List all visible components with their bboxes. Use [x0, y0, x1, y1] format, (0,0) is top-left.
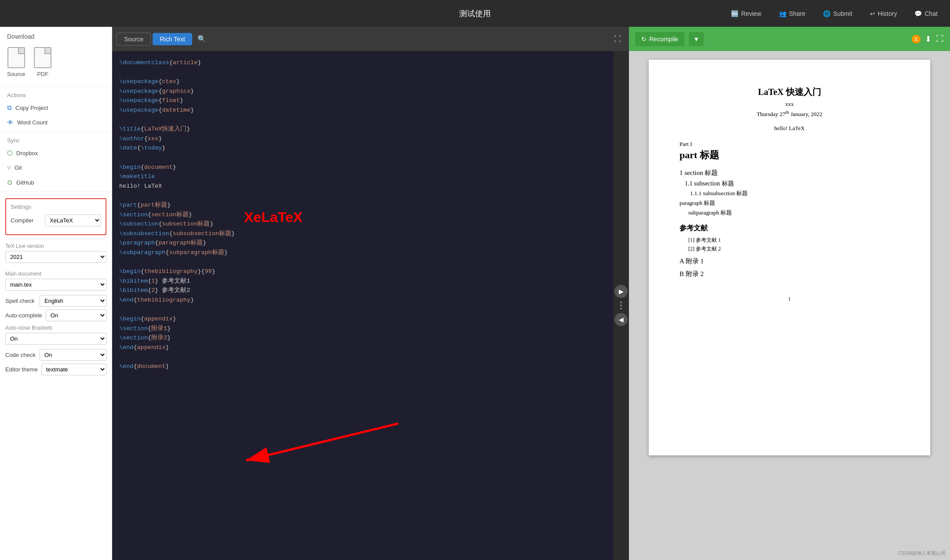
recompile-dropdown-button[interactable]: ▼	[689, 32, 704, 46]
chat-icon: 💬	[914, 10, 922, 17]
watermark: CSDN@神人掌观山局	[898, 550, 946, 556]
editor-toolbar: Source Rich Text 🔍 ⛶	[112, 27, 629, 51]
chat-button[interactable]: 💬 Chat	[911, 8, 941, 19]
pdf-date: Thursday 27th January, 2022	[680, 109, 899, 118]
texlive-select[interactable]: 2021 2022 2020	[5, 251, 106, 263]
fullscreen-icon-button[interactable]: ⛶	[610, 33, 625, 45]
editor-content: \documentclass{article} \usepackage{ctex…	[112, 51, 629, 560]
code-check-label: Code check	[5, 352, 36, 358]
main-doc-label: Main document	[5, 271, 106, 277]
compiler-row: Compiler XeLaTeX pdfLaTeX LuaLaTeX	[11, 215, 101, 226]
pdf-download-icon-button[interactable]: ⬇	[925, 34, 932, 44]
pdf-subsection: 1.1 subsection 标题	[680, 180, 899, 188]
notification-badge: 1	[912, 35, 921, 44]
editor-theme-label: Editor theme	[5, 366, 38, 373]
download-source-button[interactable]: Source	[7, 47, 25, 77]
pdf-fullscreen-icon-button[interactable]: ⛶	[936, 34, 944, 44]
pane-dots	[620, 302, 622, 309]
autocomplete-row: Auto-complete On Off	[5, 309, 106, 321]
settings-box: Settings Compiler XeLaTeX pdfLaTeX LuaLa…	[5, 198, 106, 235]
autocomplete-select[interactable]: On Off	[46, 309, 106, 321]
source-file-icon	[7, 47, 25, 68]
search-icon-button[interactable]: 🔍	[194, 33, 210, 45]
refresh-icon: ↻	[641, 36, 647, 43]
nav-left-button[interactable]: ◀	[614, 313, 628, 326]
spell-check-label: Spell check	[5, 298, 36, 304]
pdf-ref2: [2] 参考文献 2	[688, 245, 899, 253]
download-section-title: Download	[0, 27, 112, 44]
editor-area: Source Rich Text 🔍 ⛶ \documentclass{arti…	[112, 27, 629, 560]
pdf-subsubsection: 1.1.1 subsubsection 标题	[680, 189, 899, 197]
pdf-appendix-a: A 附录 1	[680, 257, 899, 265]
tab-richtext[interactable]: Rich Text	[153, 33, 192, 45]
github-button[interactable]: ⊙ GitHub	[0, 175, 112, 190]
tab-source[interactable]: Source	[117, 33, 151, 46]
top-navigation: 测试使用 🔤 Review 👥 Share 🌐 Submit ↩ History…	[0, 0, 950, 27]
word-count-button[interactable]: 👁 Word Count	[0, 115, 112, 130]
dropbox-button[interactable]: ⬡ Dropbox	[0, 145, 112, 160]
pdf-area: ↻ Recompile ▼ 1 ⬇ ⛶ LaTeX 快速入门 xxx Thurs…	[629, 27, 950, 560]
pdf-hello: hello! LaTeX	[680, 125, 899, 132]
sync-section-title: Sync	[0, 134, 112, 145]
spell-check-select[interactable]: English Chinese None	[40, 295, 106, 307]
code-check-select[interactable]: On Off	[40, 349, 106, 361]
pdf-toolbar: ↻ Recompile ▼ 1 ⬇ ⛶	[629, 27, 950, 51]
history-icon: ↩	[870, 10, 875, 17]
compiler-label: Compiler	[11, 217, 41, 224]
pdf-ref1: [1] 参考文献 1	[688, 236, 899, 244]
pdf-page: LaTeX 快速入门 xxx Thursday 27th January, 20…	[649, 60, 930, 455]
compiler-select[interactable]: XeLaTeX pdfLaTeX LuaLaTeX	[45, 215, 101, 226]
editor-theme-row: Editor theme textmate monokai dracula	[5, 364, 106, 375]
settings-section-title: Settings	[11, 204, 101, 210]
texlive-label: TeX Live version	[5, 243, 106, 249]
code-check-row: Code check On Off	[5, 349, 106, 361]
pdf-content[interactable]: LaTeX 快速入门 xxx Thursday 27th January, 20…	[629, 51, 950, 560]
share-icon: 👥	[779, 10, 786, 17]
pdf-appendix-b: B 附录 2	[680, 270, 899, 278]
copy-project-button[interactable]: ⧉ Copy Project	[0, 100, 112, 115]
settings-section: TeX Live version 2021 2022 2020 Main doc…	[0, 240, 112, 382]
download-pdf-button[interactable]: PDF	[34, 47, 51, 77]
pdf-author: xxx	[680, 101, 899, 108]
code-editor[interactable]: \documentclass{article} \usepackage{ctex…	[112, 51, 613, 560]
pdf-part-title: part 标题	[680, 149, 899, 162]
review-icon: 🔤	[731, 10, 738, 17]
submit-icon: 🌐	[823, 10, 830, 17]
history-button[interactable]: ↩ History	[866, 8, 901, 19]
pdf-file-icon	[34, 47, 51, 68]
share-button[interactable]: 👥 Share	[775, 8, 809, 19]
copy-icon: ⧉	[7, 104, 12, 112]
pdf-title: LaTeX 快速入门	[680, 86, 899, 98]
page-title: 测试使用	[459, 8, 491, 19]
spell-check-row: Spell check English Chinese None	[5, 295, 106, 307]
pdf-refs-title: 参考文献	[680, 224, 899, 233]
pane-divider: ▶ ◀	[613, 51, 629, 560]
sidebar: Download Source PDF Actions ⧉ Copy Proje…	[0, 27, 112, 560]
eye-icon: 👁	[7, 119, 14, 126]
autocomplete-label: Auto-complete	[5, 312, 42, 319]
main-doc-select[interactable]: main.tex	[5, 279, 106, 291]
autoclose-label: Auto-close Brackets	[5, 325, 106, 331]
pdf-part-label: Part I	[680, 141, 899, 148]
git-icon: ⑂	[7, 164, 11, 171]
pdf-section: 1 section 标题	[680, 169, 899, 177]
actions-section-title: Actions	[0, 88, 112, 100]
git-button[interactable]: ⑂ Git	[0, 160, 112, 175]
nav-right-button[interactable]: ▶	[614, 285, 628, 298]
dropbox-icon: ⬡	[7, 149, 13, 157]
recompile-button[interactable]: ↻ Recompile	[635, 32, 684, 46]
github-icon: ⊙	[7, 178, 13, 186]
submit-button[interactable]: 🌐 Submit	[819, 8, 856, 19]
pdf-page-number: 1	[680, 296, 899, 302]
editor-theme-select[interactable]: textmate monokai dracula	[41, 364, 106, 375]
pdf-paragraph: paragraph 标题	[680, 199, 899, 207]
autoclose-select[interactable]: On Off	[5, 333, 106, 345]
review-button[interactable]: 🔤 Review	[727, 8, 765, 19]
pdf-subparagraph: subparagraph 标题	[680, 209, 899, 217]
